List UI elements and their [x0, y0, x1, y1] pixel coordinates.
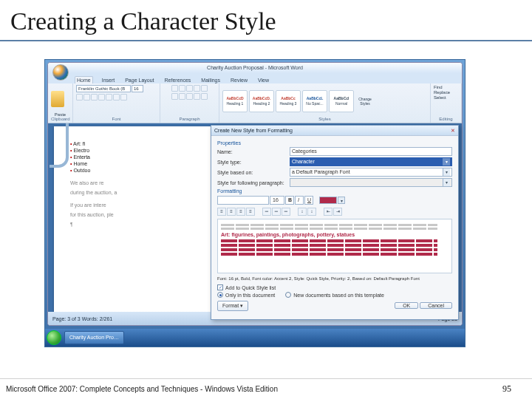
body-text: We also are re [70, 180, 216, 185]
tab-insert[interactable]: Insert [100, 77, 117, 83]
line-spacing-button[interactable] [201, 93, 208, 100]
inc-indent-icon[interactable]: ⇥ [333, 208, 342, 216]
align-center-icon[interactable]: ≡ [227, 208, 236, 216]
document-page: Art: fi Electro Enterta Home Outdoo We a… [54, 126, 224, 318]
align-right-button[interactable] [186, 93, 193, 100]
page-shape [50, 123, 69, 168]
group-clipboard: Clipboard [51, 117, 69, 121]
format-button[interactable]: Format ▾ [217, 301, 248, 311]
align-center-button[interactable] [179, 93, 185, 100]
inc-indent-button[interactable] [201, 85, 208, 92]
based-on-select[interactable]: a Default Paragraph Font▾ [290, 168, 452, 177]
body-text: during the auction, a [70, 190, 216, 195]
font-size-select[interactable]: 16 [132, 85, 143, 92]
style-normal[interactable]: AaBbCclNormal [329, 90, 354, 112]
fmt-underline-button[interactable]: U [304, 196, 313, 205]
font-name-select[interactable]: Franklin Gothic Book (B [76, 85, 131, 92]
group-paragraph: Paragraph [163, 117, 216, 121]
underline-button[interactable] [91, 94, 98, 100]
body-text: for this auction, ple [70, 212, 216, 217]
justify-icon[interactable]: ≡ [246, 208, 255, 216]
style-type-label: Style type: [217, 160, 287, 165]
add-quickstyle-checkbox[interactable]: ✓ [217, 284, 223, 290]
status-left: Page: 3 of 3 Words: 2/261 [52, 316, 112, 321]
list-item: Art: fi [70, 141, 216, 146]
list-item: Enterta [70, 154, 216, 160]
tab-references[interactable]: References [163, 77, 193, 83]
fmt-font-select[interactable] [217, 196, 269, 205]
multilevel-button[interactable] [186, 85, 193, 92]
list-item: Electro [70, 148, 216, 153]
slide-footer: Microsoft Office 2007: Complete Concepts… [0, 378, 532, 399]
new-docs-label: New documents based on this template [293, 293, 384, 298]
chevron-down-icon[interactable]: ▾ [443, 168, 450, 176]
formatting-section: Formatting [217, 188, 452, 194]
name-input[interactable]: Categories [290, 147, 452, 156]
dec-indent-button[interactable] [194, 85, 200, 92]
tab-page-layout[interactable]: Page Layout [123, 77, 155, 83]
highlight-button[interactable] [113, 94, 120, 100]
bullets-button[interactable] [171, 85, 178, 92]
style-type-select[interactable]: Character▾ [290, 157, 452, 166]
screenshot-frame: Charity Auction Proposal - Microsoft Wor… [44, 59, 466, 347]
chevron-down-icon[interactable]: ▾ [443, 158, 450, 166]
create-new-style-dialog: Create New Style from Formatting ✕ Prope… [211, 125, 459, 320]
tab-review[interactable]: Review [229, 77, 249, 83]
replace-button[interactable]: Replace [434, 90, 450, 95]
name-label: Name: [217, 149, 287, 154]
tab-view[interactable]: View [256, 77, 270, 83]
find-button[interactable]: Find [434, 85, 443, 89]
office-button[interactable] [52, 64, 69, 81]
start-button[interactable] [47, 330, 61, 345]
bold-button[interactable] [76, 94, 83, 100]
new-docs-radio[interactable] [285, 292, 291, 298]
add-quickstyle-label: Add to Quick Style list [225, 285, 276, 290]
group-font: Font [76, 117, 157, 121]
cancel-button[interactable]: Cancel [420, 302, 452, 309]
only-this-doc-radio[interactable] [217, 292, 223, 298]
numbering-button[interactable] [179, 85, 185, 92]
tab-home[interactable]: Home [75, 76, 93, 83]
taskbar-word-button[interactable]: Charity Auction Pro… [64, 331, 124, 344]
fontcolor-button[interactable] [120, 94, 127, 100]
ribbon-tabs: Home Insert Page Layout References Maili… [48, 73, 462, 83]
space-after-icon[interactable]: ↕ [307, 208, 316, 216]
change-styles-button[interactable]: Change Styles [355, 97, 375, 106]
justify-button[interactable] [194, 93, 200, 100]
oneandhalf-space-icon[interactable]: ═ [272, 208, 281, 216]
group-styles: Styles [222, 117, 427, 121]
body-text: If you are intere [70, 202, 216, 208]
fmt-size-select[interactable]: 16 [270, 196, 284, 205]
paste-icon[interactable] [51, 91, 64, 107]
double-space-icon[interactable]: ═ [282, 208, 290, 216]
space-before-icon[interactable]: ↕ [298, 208, 307, 216]
fmt-italic-button[interactable]: I [295, 196, 304, 205]
based-on-label: Style based on: [217, 170, 287, 175]
dec-indent-icon[interactable]: ⇤ [324, 208, 332, 216]
preview-panel: Art: figurines, paintings, photographs, … [217, 219, 452, 273]
align-left-button[interactable] [171, 93, 178, 100]
align-right-icon[interactable]: ≡ [236, 208, 245, 216]
slide-title: Creating a Character Style [0, 0, 532, 40]
strike-button[interactable] [98, 94, 105, 100]
subscript-button[interactable] [106, 94, 112, 100]
dialog-close-icon[interactable]: ✕ [451, 126, 455, 135]
group-editing: Editing [434, 117, 458, 121]
tab-mailings[interactable]: Mailings [200, 77, 222, 83]
chevron-down-icon[interactable]: ▾ [338, 197, 345, 204]
dialog-titlebar[interactable]: Create New Style from Formatting ✕ [211, 126, 458, 136]
fmt-bold-button[interactable]: B [285, 196, 294, 205]
italic-button[interactable] [83, 94, 90, 100]
ok-button[interactable]: OK [395, 302, 418, 309]
align-left-icon[interactable]: ≡ [217, 208, 226, 216]
fmt-color-swatch[interactable] [319, 197, 337, 204]
style-heading2[interactable]: AaBbCcD.Heading 2 [249, 90, 274, 112]
style-heading3[interactable]: AaBbCcHeading 3 [276, 90, 301, 112]
style-heading1[interactable]: AaBbCcDHeading 1 [222, 90, 248, 112]
style-nospacing[interactable]: AaBbCcLNo Spac... [302, 90, 327, 112]
list-item: Outdoo [70, 168, 216, 173]
preview-sample-text: Art: figurines, paintings, photographs, … [221, 232, 449, 237]
title-divider [0, 40, 532, 41]
select-button[interactable]: Select [434, 95, 446, 100]
single-space-icon[interactable]: ═ [262, 208, 271, 216]
